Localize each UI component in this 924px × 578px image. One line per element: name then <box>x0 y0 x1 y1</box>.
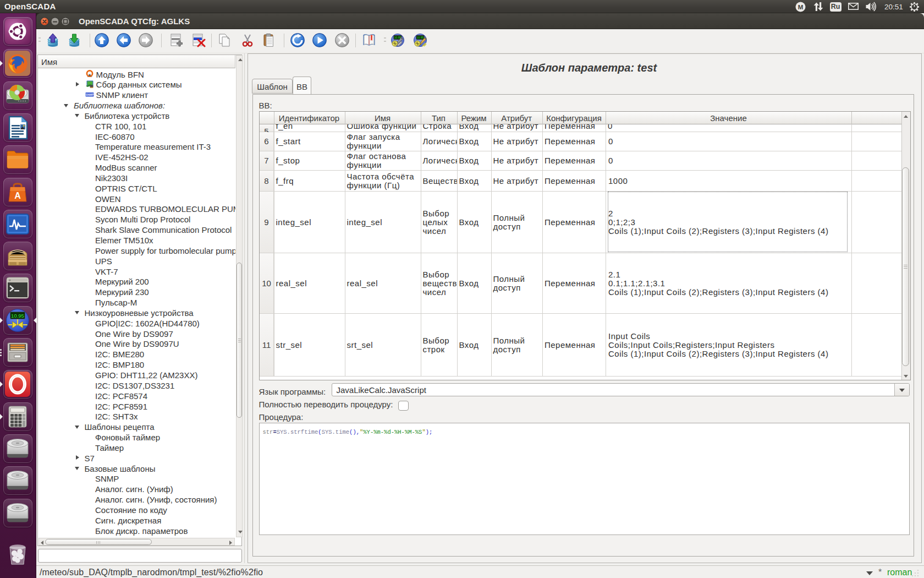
svg-text:10.95: 10.95 <box>11 312 24 318</box>
svg-text:A: A <box>14 191 21 200</box>
svg-text:M: M <box>798 4 804 10</box>
svg-text:10.95: 10.95 <box>416 36 424 39</box>
svg-text:SNMP: SNMP <box>85 93 94 96</box>
